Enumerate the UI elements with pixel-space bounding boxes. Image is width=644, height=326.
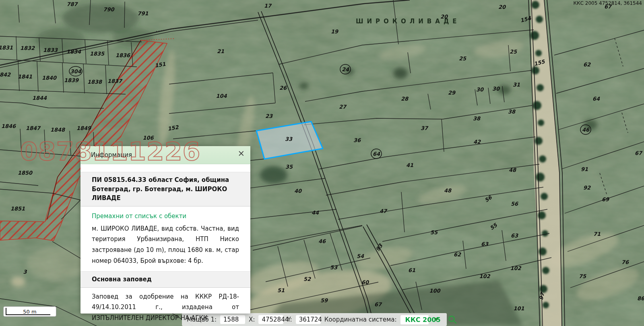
parcel-label: 35	[285, 164, 293, 170]
svg-text:38: 38	[473, 116, 481, 122]
parcel-label: 46	[318, 238, 326, 244]
locality-name-label: ШИРОКОЛИВАДЕ	[356, 18, 460, 25]
parcel-label: 1844	[32, 95, 47, 101]
parcel-label: 60	[361, 279, 369, 285]
svg-text:1835: 1835	[90, 51, 105, 57]
parcel-label: 63	[511, 233, 518, 239]
svg-text:1842: 1842	[0, 72, 11, 78]
svg-text:69: 69	[602, 196, 610, 202]
parcel-label: 1846	[1, 123, 17, 129]
section-title-order: Основна заповед	[80, 271, 250, 288]
parcel-label: 100	[429, 288, 441, 294]
crs-select[interactable]: ККС 2005	[400, 315, 429, 324]
parcel-label: 3	[23, 269, 27, 275]
svg-text:35: 35	[285, 164, 293, 170]
parcel-label: 47	[380, 208, 388, 214]
parcel-heading: ПИ 05815.64.33 област София, община Боте…	[80, 172, 250, 206]
parcel-label: 44	[312, 210, 319, 216]
parcel-label: 102	[479, 273, 490, 279]
map-scale-bar: 50 m	[3, 306, 56, 317]
parcel-label: 53	[330, 264, 338, 270]
svg-text:791: 791	[137, 10, 148, 17]
x-label: X:	[249, 316, 255, 323]
parcel-label: 1834	[66, 49, 81, 55]
info-panel: Информация × ПИ 05815.64.33 област София…	[80, 146, 250, 314]
svg-text:1840: 1840	[42, 75, 57, 81]
parcel-label: 38	[473, 116, 481, 122]
parcel-label: 40	[294, 188, 302, 194]
parcel-label: 1840	[42, 75, 57, 81]
parcel-label: 37	[421, 125, 429, 131]
parcel-label: 102	[510, 265, 521, 271]
svg-text:37: 37	[421, 125, 429, 131]
svg-text:106: 106	[142, 135, 154, 141]
svg-text:52: 52	[303, 276, 311, 282]
svg-text:62: 62	[583, 62, 591, 68]
svg-text:304: 304	[70, 68, 81, 74]
scale-bar-line	[6, 314, 50, 315]
info-panel-header[interactable]: Информация ×	[80, 146, 250, 164]
parcel-label: 101	[513, 305, 524, 312]
svg-text:25: 25	[459, 56, 466, 62]
parcel-label: 30	[476, 87, 484, 93]
y-coordinate-input[interactable]: 361724	[296, 315, 321, 324]
svg-text:1848: 1848	[50, 127, 66, 133]
parcel-label: 104	[216, 93, 227, 99]
svg-text:61: 61	[408, 267, 415, 273]
svg-text:787: 787	[66, 1, 78, 7]
parcel-label: 62	[583, 62, 591, 68]
parcel-label: 26	[279, 85, 287, 91]
parcel-label: 1848	[50, 127, 66, 133]
close-icon[interactable]: ×	[237, 149, 245, 158]
parcel-label: 1833	[43, 47, 58, 53]
parcel-label: 62	[454, 252, 461, 258]
svg-text:104: 104	[216, 93, 227, 99]
order-text: Заповед за одобрение на КККР РД-18-49/14…	[92, 291, 239, 324]
svg-text:3: 3	[23, 269, 27, 275]
svg-text:86: 86	[637, 295, 644, 301]
info-panel-title: Информация	[91, 151, 132, 159]
cursor-coordinates-readout: ККС 2005 4752814, 361544	[574, 0, 642, 6]
chevron-down-icon[interactable]	[434, 318, 439, 321]
search-icon[interactable]	[448, 315, 457, 324]
parcel-label: 67	[635, 150, 643, 156]
svg-text:47: 47	[380, 208, 388, 214]
scale-bar-label: 50 m	[23, 309, 36, 315]
remove-from-list-link[interactable]: Премахни от списък с обекти	[92, 213, 239, 220]
svg-text:46: 46	[318, 238, 326, 244]
map-viewport[interactable]: 7877907911720206715419183118321833183418…	[0, 0, 644, 326]
svg-text:75: 75	[579, 273, 586, 279]
svg-text:1832: 1832	[20, 45, 35, 51]
svg-text:1851: 1851	[10, 206, 25, 212]
svg-text:38: 38	[508, 109, 516, 115]
parcel-label: 52	[303, 276, 311, 282]
parcel-label: 1851	[10, 206, 25, 212]
svg-text:102: 102	[510, 265, 521, 271]
parcel-label: 1832	[20, 45, 35, 51]
parcel-label: 31	[513, 82, 520, 88]
parcel-label: 42	[473, 139, 481, 145]
svg-text:46: 46	[582, 127, 590, 133]
svg-text:27: 27	[339, 104, 347, 110]
parcel-label: 75	[579, 273, 586, 279]
parcel-label: 56	[511, 201, 519, 207]
svg-text:29: 29	[448, 90, 456, 96]
svg-text:790: 790	[103, 6, 115, 12]
parcel-label: 41	[406, 162, 413, 168]
svg-text:67: 67	[635, 150, 643, 156]
svg-text:17: 17	[264, 3, 272, 9]
parcel-label: 29	[448, 90, 456, 96]
svg-text:1838: 1838	[87, 79, 103, 85]
parcel-label: 1850	[18, 170, 33, 176]
svg-text:1847: 1847	[26, 125, 41, 131]
parcel-label: 25	[459, 56, 466, 62]
x-coordinate-input[interactable]: 4752844	[258, 315, 283, 324]
parcel-label: 1839	[64, 77, 79, 83]
parcel-label: 69	[602, 196, 610, 202]
parcel-label: 791	[137, 10, 148, 17]
y-label: Y:	[287, 316, 292, 323]
svg-text:76: 76	[621, 259, 630, 265]
parcel-label: 1841	[18, 74, 32, 80]
parcel-label: 787	[66, 1, 78, 7]
svg-text:48: 48	[509, 167, 517, 173]
